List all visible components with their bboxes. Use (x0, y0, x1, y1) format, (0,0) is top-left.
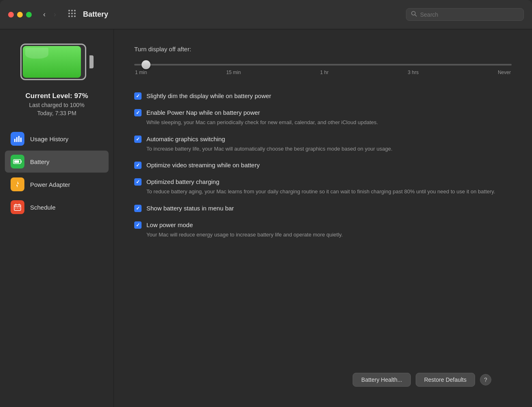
search-input[interactable] (420, 11, 519, 18)
sidebar-item-power-adapter[interactable]: Power Adapter (5, 173, 109, 195)
option-desc-low-power: Your Mac will reduce energy usage to inc… (146, 231, 512, 239)
option-label-menu-bar: Show battery status in menu bar (146, 204, 512, 212)
option-dim-display: ✓ Slightly dim the display while on batt… (134, 88, 512, 104)
checkbox-dim-display[interactable]: ✓ (134, 92, 142, 100)
checkmark-power-nap: ✓ (136, 110, 140, 116)
svg-rect-24 (17, 208, 18, 208)
battery-info: Current Level: 97% Last charged to 100% … (26, 92, 88, 116)
nav-buttons: ‹ › (40, 9, 59, 20)
svg-point-3 (68, 13, 70, 14)
battery-nav-icon (11, 155, 24, 168)
power-adapter-label: Power Adapter (30, 181, 70, 188)
sidebar: Current Level: 97% Last charged to 100% … (0, 29, 114, 407)
power-adapter-icon (11, 177, 24, 191)
battery-reflection (25, 48, 48, 59)
checkmark-dim-display: ✓ (136, 93, 140, 99)
svg-point-7 (71, 15, 73, 17)
fullscreen-button[interactable] (26, 12, 32, 18)
option-menu-bar: ✓ Show battery status in menu bar (134, 200, 512, 217)
svg-point-6 (68, 15, 70, 17)
option-label-video-streaming: Optimize video streaming while on batter… (146, 161, 512, 169)
svg-rect-11 (14, 139, 15, 142)
checkbox-optimized-charging[interactable]: ✓ (134, 178, 142, 186)
bottom-bar: Battery Health... Restore Defaults ? (134, 365, 512, 395)
battery-charged-text: Last charged to 100% (26, 102, 88, 108)
svg-rect-17 (21, 161, 22, 163)
sidebar-item-battery[interactable]: Battery (5, 151, 109, 173)
checkbox-video-streaming[interactable]: ✓ (134, 162, 142, 169)
svg-rect-14 (20, 138, 22, 142)
battery-illustration (20, 42, 94, 82)
battery-level-text: Current Level: 97% (26, 92, 88, 100)
option-auto-graphics: ✓ Automatic graphics switching To increa… (134, 131, 512, 157)
slider-label-15min: 15 min (226, 70, 241, 75)
page-title: Battery (83, 10, 108, 19)
sidebar-item-schedule[interactable]: Schedule (5, 196, 109, 218)
search-box (406, 8, 524, 21)
option-label-dim-display: Slightly dim the display while on batter… (146, 92, 512, 100)
svg-rect-12 (16, 137, 17, 142)
usage-history-icon (11, 132, 24, 146)
option-text-video-streaming: Optimize video streaming while on batter… (146, 161, 512, 169)
battery-tip (89, 55, 94, 68)
checkmark-low-power: ✓ (136, 222, 140, 228)
option-label-power-nap: Enable Power Nap while on battery power (146, 108, 512, 117)
option-power-nap: ✓ Enable Power Nap while on battery powe… (134, 104, 512, 131)
slider-label: Turn display off after: (134, 46, 512, 53)
minimize-button[interactable] (17, 12, 23, 18)
checkmark-menu-bar: ✓ (136, 206, 140, 211)
option-text-auto-graphics: Automatic graphics switching To increase… (146, 135, 512, 153)
checkbox-low-power[interactable]: ✓ (134, 221, 142, 229)
option-label-low-power: Low power mode (146, 221, 512, 229)
window: ‹ › Battery (0, 0, 532, 407)
checkbox-menu-bar[interactable]: ✓ (134, 205, 142, 212)
battery-fill (23, 46, 81, 78)
option-label-optimized-charging: Optimized battery charging (146, 177, 512, 186)
restore-defaults-button[interactable]: Restore Defaults (416, 373, 475, 387)
option-desc-optimized-charging: To reduce battery aging, your Mac learns… (146, 188, 512, 196)
checkmark-video-streaming: ✓ (136, 162, 140, 168)
svg-point-0 (68, 10, 70, 11)
svg-point-8 (74, 15, 76, 17)
titlebar: ‹ › Battery (0, 0, 532, 29)
slider-label-never: Never (498, 70, 511, 75)
svg-rect-23 (15, 208, 16, 208)
svg-rect-13 (18, 136, 20, 142)
svg-point-2 (74, 10, 76, 11)
checkmark-auto-graphics: ✓ (136, 136, 140, 142)
svg-point-1 (71, 10, 73, 11)
display-off-slider[interactable] (134, 64, 512, 66)
schedule-icon (11, 200, 24, 214)
slider-label-3hr: 3 hrs (408, 70, 419, 75)
slider-label-1hr: 1 hr (320, 70, 329, 75)
option-desc-power-nap: While sleeping, your Mac can periodicall… (146, 118, 512, 127)
battery-time-text: Today, 7:33 PM (26, 110, 88, 116)
help-button[interactable]: ? (480, 374, 491, 385)
battery-body (20, 44, 86, 80)
svg-line-10 (415, 15, 416, 16)
sidebar-item-usage-history[interactable]: Usage History (5, 128, 109, 150)
content-area: Turn display off after: 1 min 15 min 1 h… (114, 29, 532, 407)
grid-icon[interactable] (68, 9, 76, 20)
back-button[interactable]: ‹ (40, 9, 49, 20)
option-label-auto-graphics: Automatic graphics switching (146, 135, 512, 143)
svg-point-5 (74, 13, 76, 14)
sidebar-nav: Usage History Battery (0, 128, 113, 219)
option-video-streaming: ✓ Optimize video streaming while on batt… (134, 157, 512, 173)
option-desc-auto-graphics: To increase battery life, your Mac will … (146, 145, 512, 153)
traffic-lights (8, 12, 32, 18)
option-optimized-charging: ✓ Optimized battery charging To reduce b… (134, 173, 512, 200)
option-text-optimized-charging: Optimized battery charging To reduce bat… (146, 177, 512, 196)
checkbox-power-nap[interactable]: ✓ (134, 109, 142, 116)
checkbox-auto-graphics[interactable]: ✓ (134, 136, 142, 143)
slider-label-1min: 1 min (135, 70, 147, 75)
usage-history-label: Usage History (30, 136, 68, 142)
forward-button[interactable]: › (50, 9, 59, 20)
option-text-power-nap: Enable Power Nap while on battery power … (146, 108, 512, 127)
battery-nav-label: Battery (30, 158, 50, 165)
slider-labels: 1 min 15 min 1 hr 3 hrs Never (134, 70, 512, 75)
option-text-low-power: Low power mode Your Mac will reduce ener… (146, 221, 512, 239)
schedule-label: Schedule (30, 204, 56, 211)
close-button[interactable] (8, 12, 14, 18)
battery-health-button[interactable]: Battery Health... (353, 373, 410, 387)
